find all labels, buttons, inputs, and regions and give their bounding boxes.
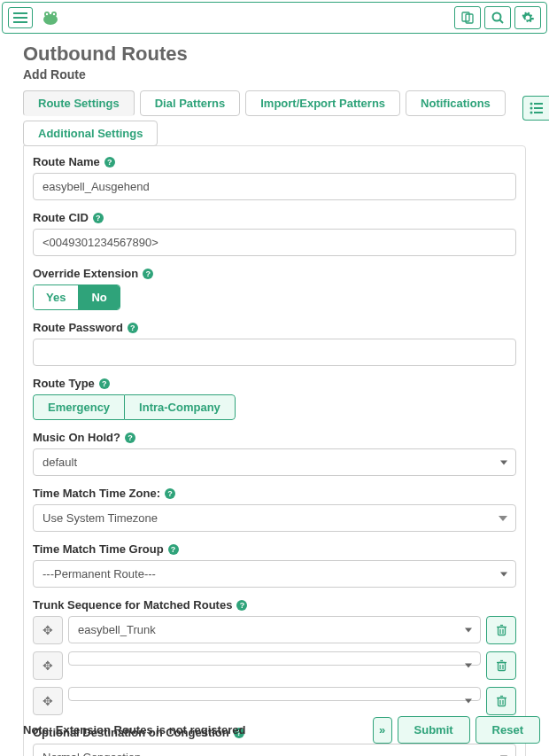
svg-rect-15 — [498, 627, 505, 635]
trash-button[interactable] — [486, 616, 516, 644]
time-zone-select[interactable]: Use System Timezone — [33, 504, 516, 532]
trash-button[interactable] — [486, 651, 516, 680]
help-icon[interactable]: ? — [143, 269, 153, 279]
tab-import-export[interactable]: Import/Export Patterns — [245, 90, 400, 116]
svg-rect-25 — [498, 698, 505, 706]
help-icon[interactable]: ? — [93, 213, 104, 223]
topbar-left — [8, 7, 61, 28]
reset-button[interactable]: Reset — [476, 716, 540, 744]
page-subtitle: Add Route — [23, 67, 526, 82]
tab-bar-row2: Additional Settings — [23, 121, 526, 146]
help-icon[interactable]: ? — [104, 157, 115, 168]
tab-route-settings[interactable]: Route Settings — [23, 90, 135, 116]
svg-rect-14 — [534, 112, 543, 113]
svg-line-8 — [500, 20, 504, 24]
congestion-select[interactable]: Normal Congestion — [33, 744, 516, 756]
svg-point-9 — [530, 103, 532, 105]
svg-rect-12 — [534, 107, 543, 109]
trunk-sequence-label: Trunk Sequence for Matched Routes — [33, 598, 232, 612]
help-icon[interactable]: ? — [165, 488, 175, 499]
route-password-input[interactable] — [33, 339, 516, 366]
trunk-select-1[interactable]: easybell_Trunk — [68, 616, 481, 643]
language-button[interactable] — [454, 6, 481, 29]
route-cid-input[interactable] — [33, 229, 516, 256]
time-group-label: Time Match Time Group — [33, 542, 164, 556]
expand-button[interactable]: » — [373, 717, 392, 744]
help-icon[interactable]: ? — [99, 378, 110, 389]
tab-notifications[interactable]: Notifications — [406, 90, 506, 116]
footer-buttons: » Submit Reset — [373, 716, 540, 744]
svg-point-3 — [46, 13, 48, 15]
svg-point-4 — [53, 13, 55, 15]
tab-additional-settings[interactable]: Additional Settings — [23, 121, 158, 146]
submit-button[interactable]: Submit — [398, 716, 470, 744]
trunk-select-2[interactable] — [68, 651, 481, 666]
svg-point-7 — [493, 13, 501, 21]
drag-handle-icon[interactable]: ✥ — [33, 687, 63, 715]
route-password-label: Route Password — [33, 321, 123, 334]
drag-handle-icon[interactable]: ✥ — [33, 651, 63, 680]
time-zone-label: Time Match Time Zone: — [33, 487, 160, 500]
topbar-right — [454, 6, 541, 29]
svg-point-13 — [530, 112, 532, 114]
help-icon[interactable]: ? — [236, 600, 247, 611]
page-title: Outbound Routes — [23, 43, 526, 66]
route-name-label: Route Name — [33, 155, 100, 168]
menu-button[interactable] — [8, 7, 33, 28]
time-group-select[interactable]: ---Permanent Route--- — [33, 560, 516, 588]
trunk-row: ✥ — [33, 651, 516, 680]
form-panel: Route Name? Route CID? Override Extensio… — [23, 145, 526, 756]
trash-button[interactable] — [486, 687, 516, 715]
footer-note: Note: Extension Routes is not registered — [23, 723, 245, 737]
trunk-row: ✥ easybell_Trunk — [33, 616, 516, 644]
svg-rect-10 — [534, 103, 543, 105]
override-extension-label: Override Extension — [33, 267, 138, 280]
music-on-hold-select[interactable]: default — [33, 448, 516, 476]
tab-bar: Route Settings Dial Patterns Import/Expo… — [23, 90, 526, 116]
logo-frog — [40, 7, 61, 28]
trunk-row: ✥ — [33, 687, 516, 715]
trunk-select-3[interactable] — [68, 687, 481, 701]
drag-handle-icon[interactable]: ✥ — [33, 616, 63, 644]
help-icon[interactable]: ? — [128, 323, 138, 333]
help-icon[interactable]: ? — [125, 433, 135, 443]
settings-button[interactable] — [514, 6, 541, 29]
override-no-button[interactable]: No — [79, 285, 119, 309]
svg-rect-20 — [498, 663, 505, 671]
svg-point-11 — [530, 107, 532, 110]
top-bar — [2, 2, 547, 34]
route-name-input[interactable] — [33, 173, 516, 200]
route-type-emergency-button[interactable]: Emergency — [33, 394, 124, 420]
route-type-label: Route Type — [33, 377, 95, 390]
side-list-button[interactable] — [522, 96, 549, 121]
override-extension-toggle: Yes No — [33, 284, 120, 310]
search-button[interactable] — [484, 6, 511, 29]
route-type-group: Emergency Intra-Company — [33, 394, 236, 420]
tab-dial-patterns[interactable]: Dial Patterns — [140, 90, 240, 116]
override-yes-button[interactable]: Yes — [34, 285, 79, 309]
music-on-hold-label: Music On Hold? — [33, 431, 120, 444]
help-icon[interactable]: ? — [168, 544, 179, 555]
route-type-intra-button[interactable]: Intra-Company — [124, 394, 236, 420]
route-cid-label: Route CID — [33, 211, 89, 224]
